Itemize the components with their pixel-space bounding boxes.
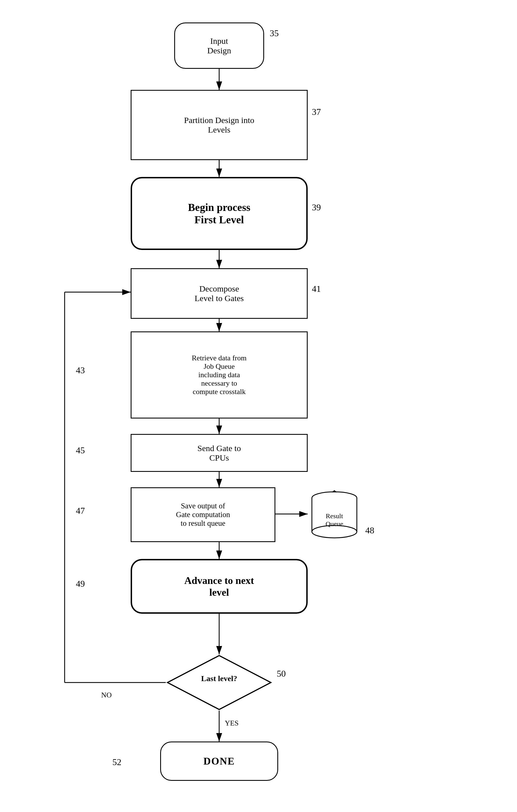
flowchart: Input Design 35 Partition Design into Le… bbox=[0, 0, 517, 812]
begin-process-node: Begin process First Level bbox=[131, 177, 308, 250]
label-47: 47 bbox=[76, 505, 85, 516]
decompose-label: Decompose Level to Gates bbox=[195, 284, 244, 303]
done-label: DONE bbox=[203, 755, 235, 767]
svg-text:Result: Result bbox=[326, 512, 343, 520]
retrieve-label: Retrieve data from Job Queue including d… bbox=[192, 354, 247, 396]
last-level-node: Last level? bbox=[166, 655, 272, 710]
input-design-label: Input Design bbox=[207, 36, 231, 55]
svg-text:Last level?: Last level? bbox=[201, 674, 237, 683]
advance-label: Advance to next level bbox=[184, 575, 254, 598]
label-50: 50 bbox=[277, 668, 286, 679]
result-queue-node: Result Queue bbox=[308, 490, 361, 539]
svg-text:Queue: Queue bbox=[326, 520, 343, 527]
save-output-node: Save output of Gate computation to resul… bbox=[131, 487, 275, 542]
retrieve-node: Retrieve data from Job Queue including d… bbox=[131, 331, 308, 418]
label-45: 45 bbox=[76, 445, 85, 456]
begin-process-label: Begin process First Level bbox=[188, 201, 250, 226]
save-output-label: Save output of Gate computation to resul… bbox=[176, 502, 230, 528]
no-label: NO bbox=[101, 691, 112, 699]
input-design-node: Input Design bbox=[174, 23, 264, 69]
label-52: 52 bbox=[112, 757, 121, 767]
svg-marker-16 bbox=[332, 490, 337, 492]
partition-design-label: Partition Design into Levels bbox=[184, 115, 254, 135]
send-gate-label: Send Gate to CPUs bbox=[198, 443, 241, 463]
done-node: DONE bbox=[160, 742, 278, 781]
yes-label: YES bbox=[225, 719, 238, 727]
label-41: 41 bbox=[312, 284, 321, 294]
label-43: 43 bbox=[76, 365, 85, 376]
partition-design-node: Partition Design into Levels bbox=[131, 90, 308, 160]
label-35: 35 bbox=[270, 28, 279, 38]
label-39: 39 bbox=[312, 202, 321, 213]
label-49: 49 bbox=[76, 579, 85, 589]
label-48: 48 bbox=[365, 525, 374, 535]
decompose-node: Decompose Level to Gates bbox=[131, 268, 308, 319]
label-37: 37 bbox=[312, 107, 321, 117]
send-gate-node: Send Gate to CPUs bbox=[131, 434, 308, 472]
advance-node: Advance to next level bbox=[131, 559, 308, 614]
